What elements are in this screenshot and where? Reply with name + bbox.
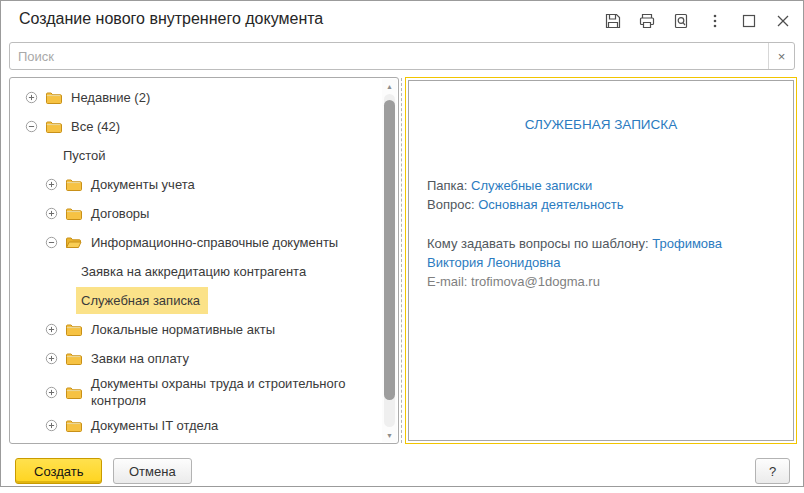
preview-field-label: Вопрос: — [427, 197, 475, 212]
scrollbar-thumb[interactable] — [384, 100, 395, 400]
folder-open-icon — [65, 236, 82, 249]
tree-item-label: Информационно-справочные документы — [91, 232, 338, 253]
tree-item-label: Служебная записка — [76, 287, 208, 314]
search-clear-icon[interactable]: × — [768, 43, 794, 69]
preview-field-value: trofimova@1dogma.ru — [471, 274, 600, 289]
tree-item[interactable]: Локальные нормативные акты — [10, 315, 380, 344]
preview-field: Кому задавать вопросы по шаблону: Трофим… — [427, 234, 775, 272]
tree-item[interactable]: Завки на оплату — [10, 344, 380, 373]
tree-item[interactable]: Служебная записка — [10, 286, 380, 315]
expander-plus-icon[interactable] — [45, 352, 58, 365]
scrollbar-down-icon[interactable]: ▼ — [382, 428, 397, 442]
tree-item-label: Договоры — [91, 203, 149, 224]
tree-item-label: Все (42) — [71, 116, 120, 137]
tree-item-label: Недавние (2) — [71, 87, 150, 108]
maximize-icon[interactable] — [739, 11, 758, 30]
tree-item[interactable]: Документы IT отдела — [10, 411, 380, 440]
template-preview-panel: СЛУЖЕБНАЯ ЗАПИСКА Папка: Служебные запис… — [405, 77, 797, 444]
preview-content: СЛУЖЕБНАЯ ЗАПИСКА Папка: Служебные запис… — [408, 80, 794, 441]
close-icon[interactable] — [773, 11, 792, 30]
window-title: Создание нового внутреннего документа — [19, 10, 323, 28]
tree-item-label: Заявка на аккредитацию контрагента — [81, 261, 306, 282]
expander-plus-icon[interactable] — [45, 178, 58, 191]
preview-field: E-mail: trofimova@1dogma.ru — [427, 272, 775, 291]
preview-field-label: Кому задавать вопросы по шаблону: — [427, 236, 649, 251]
tree-scrollbar[interactable]: ▲ ▼ — [382, 79, 397, 442]
dialog-window: Создание нового внутреннего документа × … — [0, 0, 804, 487]
print-icon[interactable] — [637, 11, 656, 30]
menu-icon[interactable] — [705, 11, 724, 30]
cancel-button[interactable]: Отмена — [113, 458, 192, 484]
search-box: × — [9, 42, 795, 70]
titlebar-icons — [603, 11, 792, 30]
tree-item-label: Документы охраны труда и строительного к… — [91, 373, 353, 411]
tree-item-label: Документы IT отдела — [91, 415, 218, 436]
folder-icon — [45, 91, 62, 104]
preview-title: СЛУЖЕБНАЯ ЗАПИСКА — [427, 117, 775, 132]
tree-item[interactable]: Договоры — [10, 199, 380, 228]
scrollbar-up-icon[interactable]: ▲ — [382, 79, 397, 93]
expander-minus-icon[interactable] — [25, 120, 38, 133]
tree-item[interactable]: Документы охраны труда и строительного к… — [10, 373, 380, 411]
tree-item-label: Пустой — [63, 145, 106, 166]
search-input[interactable] — [10, 43, 768, 69]
preview-fields: Папка: Служебные запискиВопрос: Основная… — [427, 176, 775, 291]
panel-splitter[interactable] — [401, 78, 402, 443]
folder-icon — [65, 178, 82, 191]
tree-item[interactable]: Информационно-справочные документы — [10, 228, 380, 257]
folder-icon — [65, 419, 82, 432]
preview-field-value[interactable]: Основная деятельность — [478, 197, 623, 212]
preview-field: Вопрос: Основная деятельность — [427, 195, 775, 214]
expander-plus-icon[interactable] — [45, 419, 58, 432]
template-tree-panel: Недавние (2)Все (42)ПустойДокументы учет… — [9, 77, 399, 444]
preview-field-value[interactable]: Служебные записки — [471, 178, 592, 193]
create-button[interactable]: Создать — [15, 458, 102, 484]
scrollbar-track[interactable] — [384, 94, 395, 427]
expander-minus-icon[interactable] — [45, 236, 58, 249]
tree-item[interactable]: Все (42) — [10, 112, 380, 141]
expander-plus-icon[interactable] — [45, 386, 58, 399]
tree-item[interactable]: Заявка на аккредитацию контрагента — [10, 257, 380, 286]
tree-item-label: Документы учета — [91, 174, 195, 195]
expander-plus-icon[interactable] — [25, 91, 38, 104]
folder-icon — [65, 386, 82, 399]
folder-icon — [45, 120, 62, 133]
help-button[interactable]: ? — [755, 458, 790, 484]
tree-item[interactable]: Документы учета — [10, 170, 380, 199]
preview-field: Папка: Служебные записки — [427, 176, 775, 195]
folder-icon — [65, 323, 82, 336]
expander-plus-icon[interactable] — [45, 323, 58, 336]
save-icon[interactable] — [603, 11, 622, 30]
expander-plus-icon[interactable] — [45, 207, 58, 220]
tree-item-label: Локальные нормативные акты — [91, 319, 275, 340]
tree-list: Недавние (2)Все (42)ПустойДокументы учет… — [10, 83, 380, 440]
footer: Создать Отмена ? — [1, 451, 803, 488]
tree-item[interactable]: Пустой — [10, 141, 380, 170]
folder-icon — [65, 207, 82, 220]
print-preview-icon[interactable] — [671, 11, 690, 30]
preview-field-label: Папка: — [427, 178, 467, 193]
tree-item-label: Завки на оплату — [91, 348, 189, 369]
tree-item[interactable]: Недавние (2) — [10, 83, 380, 112]
preview-field-label: E-mail: — [427, 274, 467, 289]
folder-icon — [65, 352, 82, 365]
